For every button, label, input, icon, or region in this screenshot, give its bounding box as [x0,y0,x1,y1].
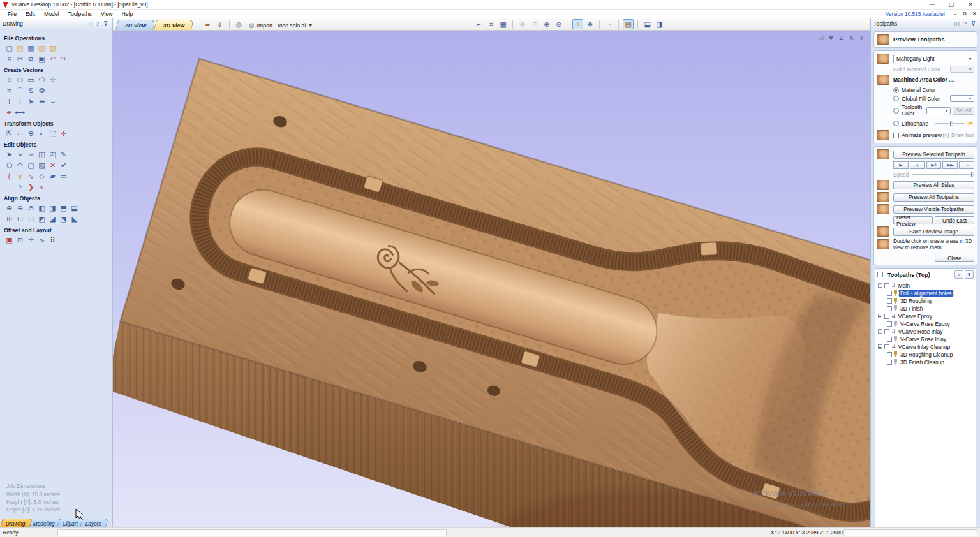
node-edit-icon[interactable]: ➢ [15,149,26,159]
align-top-selection-icon[interactable]: ⬔ [58,214,69,224]
minimize-button[interactable]: — [923,0,942,10]
maximize-button[interactable]: ▢ [942,0,961,10]
align-center-material-icon[interactable]: ⊕ [4,203,15,213]
animate-preview-checkbox[interactable] [893,133,899,138]
weld-vectors-icon[interactable]: ⬡ [4,160,15,170]
undo-icon[interactable]: ↶ [47,54,58,64]
draw-star-icon[interactable]: ☆ [47,75,58,85]
delete-icon[interactable]: ◰ [47,149,58,159]
import-file-icon[interactable]: ▥ [36,43,47,53]
align-center-y-icon[interactable]: ⊜ [26,203,36,213]
draw-arc-icon[interactable]: ⌒ [15,85,26,96]
toolpath-tree-item[interactable]: ⇊ VCarve Inlay Cleanup [875,343,976,350]
hatch-icon[interactable]: ▨ [36,160,47,170]
version-update-link[interactable]: Version 10.515 Available! [886,11,945,17]
align-center-icon[interactable]: ✛ [58,128,69,138]
view-along-x-icon[interactable]: X [847,33,856,42]
tile-windows-vertical-icon[interactable]: ◨ [654,19,665,29]
save-toolpaths-icon[interactable]: ⇓ [214,19,225,29]
draw-rectangle-icon[interactable]: ▭ [26,75,36,85]
draw-circle-icon[interactable]: ○ [4,75,15,85]
rotate-view-icon[interactable]: ✥ [826,33,836,42]
import-vectors-button-icon[interactable]: ◍ [234,19,244,29]
set-all-button[interactable]: Set All [953,107,974,115]
pause-button[interactable]: ‖ [910,161,925,169]
toolpath-tree-item[interactable]: ⇊ Main [875,282,976,289]
tree-expander-icon[interactable] [878,344,882,349]
show-material-icon[interactable]: ▰ [202,19,213,29]
run-to-end-button[interactable]: ⇥ [959,161,974,169]
align-h-selection-icon[interactable]: ⊟ [15,214,26,224]
view-tab[interactable]: 2D View [115,20,156,30]
rotate-objects-icon[interactable]: ⊕ [26,128,36,138]
toolpath-checkbox[interactable] [887,360,892,365]
move-toolpath-up-button[interactable]: ▲ [954,270,963,279]
edit-picture-icon[interactable]: ▰ [47,171,58,181]
tile-windows-horizontal-icon[interactable]: ⬓ [642,19,653,29]
zoom-in-icon[interactable]: ⊕ [541,19,552,29]
speed-slider[interactable] [912,171,974,178]
toolpath-checkbox[interactable] [887,298,892,304]
copy-along-vector-icon[interactable]: ∿ [36,235,47,245]
mdi-close-button[interactable]: ✕ [970,11,978,17]
vector-boundary-icon[interactable]: ◌ [4,182,15,192]
isometric-view-icon[interactable]: ◱ [816,33,826,42]
view-down-z-icon[interactable]: Z [836,33,846,42]
multi-view-icon[interactable]: ❖ [584,19,595,29]
align-left-icon[interactable]: ◧ [36,203,47,213]
toolpath-color-picker[interactable]: ▼ [926,107,951,114]
text-on-curve-icon[interactable]: ⌣ [47,96,58,107]
menu-view[interactable]: View [96,11,117,17]
3d-viewport[interactable]: ◱✥ZXY Activate Windows Go to Settings to… [113,31,870,527]
export-file-icon[interactable]: ▧ [47,43,58,53]
distort-objects-icon[interactable]: ⬚ [47,128,58,138]
toolpath-tree-item[interactable]: ⇊ V-Carve Rose Epoxy [875,320,976,327]
import-vectors-button[interactable]: ◍ Import - rose solo.ai ▼ [245,20,316,30]
pin-panel-icon[interactable]: ⊽ [101,20,110,27]
draw-material-block-icon[interactable]: ▤ [623,19,634,29]
toolpath-checkbox[interactable] [887,321,892,327]
measure-icon[interactable]: ◫ [36,149,47,159]
tree-expander-icon[interactable] [878,283,882,288]
align-center-selection-icon[interactable]: ⊞ [4,214,15,224]
zoom-box-icon[interactable]: ⌑ [529,19,540,29]
scale-objects-icon[interactable]: ▱ [15,128,26,138]
draw-polyline-icon[interactable]: ≋ [4,85,15,96]
toolpath-tree-item[interactable]: ⇊ 3D Roughing [875,297,976,304]
snap-edit-icon[interactable]: ✎ [58,149,69,159]
menu-toolpaths[interactable]: Toolpaths [64,11,96,17]
draw-ellipse-icon[interactable]: ⬭ [15,75,26,85]
array-copy-icon[interactable]: ⊞ [15,235,26,245]
mirror-objects-icon[interactable]: ◐ [36,128,47,138]
toolpath-tree-item[interactable]: ⇊ 3D Finish Cleanup [875,358,976,365]
arc-fit-icon[interactable]: ◝ [15,182,26,192]
interactive-trim-icon[interactable]: ➣ [26,149,36,159]
fast-forward-button[interactable]: ▶▶ [942,161,958,169]
vector-validator-icon[interactable]: ✔ [58,160,69,170]
toolpath-checkbox[interactable] [884,344,889,349]
pan-view-icon[interactable]: ✥ [517,19,528,29]
nesting-icon[interactable]: ⠿ [47,235,58,245]
draw-text-box-icon[interactable]: ⊤ [15,96,26,107]
mdi-minimize-button[interactable]: – [951,11,959,17]
open-file-icon[interactable]: ▤ [15,43,26,53]
save-file-icon[interactable]: ▦ [26,43,36,53]
toolpath-checkbox[interactable] [884,329,889,334]
move-objects-icon[interactable]: ⇱ [4,128,15,138]
close-vector-icon[interactable]: ◇ [36,171,47,181]
help-icon[interactable]: ? [961,20,969,27]
toolpath-tree-item[interactable]: ⇊ VCarve Rose Inlay [875,328,976,335]
snap-nodes-icon[interactable]: ⌗ [486,19,496,29]
move-toolpath-down-button[interactable]: ▼ [965,270,974,279]
toolpath-tree-item[interactable]: ⇊ Drill - alignment holes [875,290,976,297]
preview-selected-toolpath-button[interactable]: Preview Selected Toolpath [893,151,974,159]
crop-bitmap-icon[interactable]: ▭ [58,171,69,181]
align-bottom-selection-icon[interactable]: ⬕ [69,214,80,224]
toolpaths-top-checkbox[interactable] [877,272,883,277]
toolpath-tree-item[interactable]: ⇊ 3D Roughing Cleanup [875,351,976,358]
menu-help[interactable]: Help [117,11,138,17]
toolpath-color-radio[interactable] [893,108,899,114]
draw-curve-icon[interactable]: S [26,85,36,96]
circular-copy-icon[interactable]: ✛ [26,235,36,245]
trim-vectors-icon[interactable]: ▢ [26,160,36,170]
